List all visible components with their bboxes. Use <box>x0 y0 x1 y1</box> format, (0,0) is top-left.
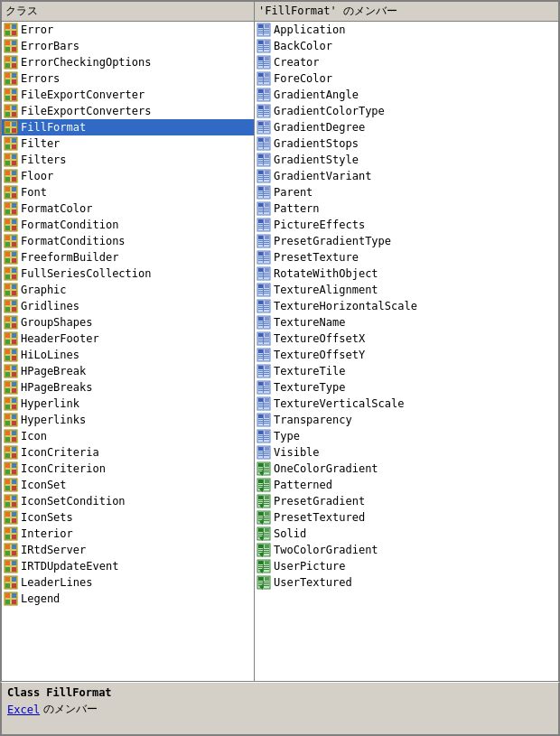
list-item[interactable]: Filter <box>2 135 254 152</box>
excel-link[interactable]: Excel <box>7 703 40 716</box>
member-list-item[interactable]: Creator <box>255 54 558 70</box>
svg-rect-132 <box>12 447 16 452</box>
list-item[interactable]: Hyperlinks <box>2 412 254 428</box>
left-panel-content: Error ErrorBars ErrorCheckingOptions Err… <box>2 22 254 681</box>
list-item[interactable]: Interior <box>2 526 254 542</box>
svg-rect-4 <box>12 31 16 35</box>
member-list-item[interactable]: TextureTile <box>255 363 558 379</box>
member-list-item[interactable]: GradientDegree <box>255 119 558 135</box>
list-item[interactable]: Graphic <box>2 282 254 298</box>
member-list-item[interactable]: PresetTexture <box>255 249 558 266</box>
member-list-item[interactable]: Visible <box>255 444 558 461</box>
list-item[interactable]: FormatColor <box>2 200 254 217</box>
member-list-item[interactable]: RotateWithObject <box>255 266 558 282</box>
list-item[interactable]: FillFormat <box>2 119 254 135</box>
member-list-item[interactable]: Pattern <box>255 200 558 217</box>
list-item[interactable]: HPageBreak <box>2 363 254 379</box>
member-list-item[interactable]: ForeColor <box>255 70 558 87</box>
list-item[interactable]: HiLoLines <box>2 347 254 363</box>
list-item[interactable]: Legend <box>2 591 254 607</box>
list-item[interactable]: FormatCondition <box>2 217 254 233</box>
svg-rect-32 <box>12 122 16 126</box>
list-item[interactable]: FormatConditions <box>2 233 254 249</box>
class-label: Class FillFormat <box>7 686 553 699</box>
list-item[interactable]: Floor <box>2 168 254 184</box>
list-item[interactable]: Icon <box>2 428 254 444</box>
member-list-item[interactable]: TextureVerticalScale <box>255 396 558 412</box>
method-icon <box>257 510 271 525</box>
member-list-item[interactable]: GradientStyle <box>255 152 558 168</box>
member-list-item[interactable]: GradientStops <box>255 135 558 152</box>
svg-rect-375 <box>263 463 264 474</box>
member-list-item[interactable]: TextureOffsetX <box>255 331 558 347</box>
right-panel-list[interactable]: Application BackColor Creator ForeColor … <box>255 22 558 681</box>
list-item[interactable]: Gridlines <box>2 298 254 314</box>
member-list-item[interactable]: Application <box>255 22 558 38</box>
list-item[interactable]: IconCriterion <box>2 461 254 477</box>
list-item[interactable]: FileExportConverter <box>2 87 254 103</box>
member-label-text: PresetGradient <box>274 495 365 508</box>
member-list-item[interactable]: UserTextured <box>255 574 558 591</box>
list-item[interactable]: Hyperlink <box>2 396 254 412</box>
svg-rect-28 <box>5 112 10 116</box>
list-item[interactable]: FullSeriesCollection <box>2 266 254 282</box>
list-item[interactable]: HeaderFooter <box>2 331 254 347</box>
class-label-text: IconCriteria <box>21 446 99 459</box>
member-list-item[interactable]: OneColorGradient <box>255 461 558 477</box>
list-item[interactable]: ErrorCheckingOptions <box>2 54 254 70</box>
member-list-item[interactable]: TextureHorizontalScale <box>255 298 558 314</box>
member-list-item[interactable]: TwoColorGradient <box>255 542 558 558</box>
member-label-text: GradientColorType <box>274 105 385 117</box>
list-item[interactable]: FileExportConverters <box>2 103 254 119</box>
list-item[interactable]: FreeformBuilder <box>2 249 254 266</box>
svg-rect-245 <box>265 171 269 174</box>
list-item[interactable]: HPageBreaks <box>2 379 254 396</box>
member-list-item[interactable]: Type <box>255 428 558 444</box>
svg-rect-319 <box>263 333 264 344</box>
svg-rect-26 <box>5 106 10 110</box>
method-icon <box>257 478 271 492</box>
member-list-item[interactable]: PresetGradientType <box>255 233 558 249</box>
member-list-item[interactable]: Transparency <box>255 412 558 428</box>
member-list-item[interactable]: BackColor <box>255 38 558 54</box>
member-list-item[interactable]: PictureEffects <box>255 217 558 233</box>
member-list-item[interactable]: PresetGradient <box>255 493 558 509</box>
list-item[interactable]: Filters <box>2 152 254 168</box>
class-label-text: IconSets <box>21 511 73 524</box>
member-list-item[interactable]: GradientAngle <box>255 87 558 103</box>
list-item[interactable]: GroupShapes <box>2 314 254 331</box>
member-list-item[interactable]: PresetTextured <box>255 509 558 526</box>
member-list-item[interactable]: GradientVariant <box>255 168 558 184</box>
svg-rect-259 <box>265 203 269 207</box>
member-link-row: Excel のメンバー <box>7 702 553 717</box>
list-item[interactable]: IRTDUpdateEvent <box>2 558 254 574</box>
svg-rect-111 <box>5 382 10 387</box>
list-item[interactable]: IconCriteria <box>2 444 254 461</box>
class-icon <box>4 315 18 330</box>
svg-rect-411 <box>265 545 269 548</box>
member-list-item[interactable]: TextureName <box>255 314 558 331</box>
class-icon <box>4 331 18 346</box>
member-list-item[interactable]: TextureType <box>255 379 558 396</box>
list-item[interactable]: ErrorBars <box>2 38 254 54</box>
class-icon <box>4 543 18 557</box>
left-panel-list[interactable]: Error ErrorBars ErrorCheckingOptions Err… <box>2 22 254 681</box>
list-item[interactable]: Errors <box>2 70 254 87</box>
member-list-item[interactable]: UserPicture <box>255 558 558 574</box>
svg-rect-168 <box>5 567 10 572</box>
member-list-item[interactable]: Patterned <box>255 477 558 493</box>
list-item[interactable]: Error <box>2 22 254 38</box>
list-item[interactable]: IconSets <box>2 509 254 526</box>
list-item[interactable]: LeaderLines <box>2 574 254 591</box>
list-item[interactable]: IRtdServer <box>2 542 254 558</box>
svg-rect-136 <box>5 463 10 468</box>
list-item[interactable]: IconSetCondition <box>2 493 254 509</box>
member-list-item[interactable]: Parent <box>255 184 558 200</box>
member-list-item[interactable]: GradientColorType <box>255 103 558 119</box>
member-list-item[interactable]: TextureOffsetY <box>255 347 558 363</box>
svg-rect-158 <box>5 535 10 539</box>
member-list-item[interactable]: Solid <box>255 526 558 542</box>
member-list-item[interactable]: TextureAlignment <box>255 282 558 298</box>
list-item[interactable]: IconSet <box>2 477 254 493</box>
list-item[interactable]: Font <box>2 184 254 200</box>
